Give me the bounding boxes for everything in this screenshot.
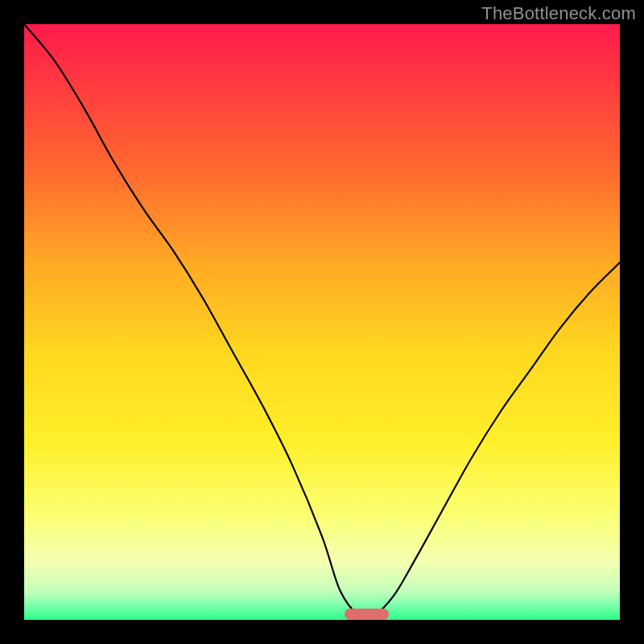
chart-frame: TheBottleneck.com <box>0 0 644 644</box>
watermark-text: TheBottleneck.com <box>481 3 636 24</box>
plot-area <box>24 24 620 620</box>
curve-svg <box>24 24 620 620</box>
optimum-marker <box>345 609 390 620</box>
bottleneck-curve-path <box>24 24 620 617</box>
